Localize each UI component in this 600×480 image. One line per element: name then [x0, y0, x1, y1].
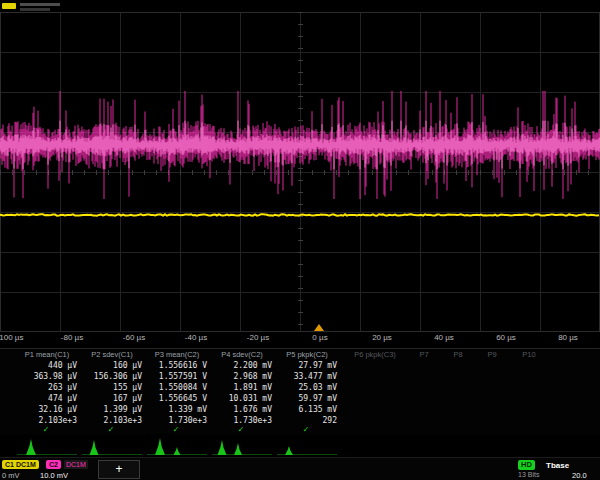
measurement-cell: 1.399 µV	[80, 405, 142, 415]
measurement-header[interactable]: P4 sdev(C2)	[210, 350, 274, 360]
measurement-cell: 59.97 mV	[275, 394, 337, 404]
measurement-cell: 2.968 mV	[210, 372, 272, 382]
time-label: -20 µs	[247, 333, 269, 342]
measurement-cell: 33.477 mV	[275, 372, 337, 382]
menu-strip	[0, 0, 600, 12]
histicon[interactable]	[145, 434, 209, 457]
time-label: -40 µs	[185, 333, 207, 342]
measurement-cell: 6.135 mV	[275, 405, 337, 415]
hd-mode-badge[interactable]: HD	[518, 460, 535, 470]
channel-c2-badge[interactable]: C2	[46, 460, 61, 469]
annunciator-chip	[2, 3, 16, 9]
annunciator-text	[20, 3, 60, 6]
measurement-cell: 1.557591 V	[145, 372, 207, 382]
time-label: -60 µs	[123, 333, 145, 342]
measurement-cell: 156.306 µV	[80, 372, 142, 382]
c1-coupling: DC1M	[16, 461, 36, 468]
time-axis: -100 µs-80 µs-60 µs-40 µs-20 µs0 µs20 µs…	[0, 331, 600, 347]
measurement-cell: 32.16 µV	[15, 405, 77, 415]
measurement-cell: 363.98 µV	[15, 372, 77, 382]
measurement-cell: 2.200 mV	[210, 361, 272, 371]
annunciator-subtext	[20, 8, 50, 11]
measurement-cell: 167 µV	[80, 394, 142, 404]
resolution-bits: 13 Bits	[518, 471, 539, 478]
histicon[interactable]	[80, 434, 144, 457]
time-label: 40 µs	[434, 333, 454, 342]
measurement-header[interactable]: P8	[444, 350, 472, 360]
crosshair-button[interactable]: +	[98, 460, 140, 479]
measurement-header[interactable]: P9	[478, 350, 506, 360]
measurement-header[interactable]: P10	[512, 350, 546, 360]
measurement-cell: 440 µV	[15, 361, 77, 371]
measurement-header[interactable]: P1 mean(C1)	[15, 350, 79, 360]
histicon[interactable]	[210, 434, 274, 457]
measurement-cell: 263 µV	[15, 383, 77, 393]
measurement-cell: 1.891 mV	[210, 383, 272, 393]
measurement-cell: 155 µV	[80, 383, 142, 393]
measurement-cell: 10.031 mV	[210, 394, 272, 404]
measurement-cell: 1.339 mV	[145, 405, 207, 415]
measurement-table: P1 mean(C1)P2 sdev(C1)P3 mean(C2)P4 sdev…	[0, 348, 600, 435]
measurement-header[interactable]: P7	[410, 350, 438, 360]
histicon[interactable]	[275, 434, 339, 457]
time-label: -100 µs	[0, 333, 23, 342]
measurement-cell: 27.97 mV	[275, 361, 337, 371]
time-per-div: 20.0	[572, 471, 587, 480]
measurement-cell: 1.550084 V	[145, 383, 207, 393]
time-label: 80 µs	[558, 333, 578, 342]
measurement-header[interactable]: P2 sdev(C1)	[80, 350, 144, 360]
c1-volts-per-div: 10.0 mV	[40, 471, 68, 480]
measurement-header[interactable]: P5 pkpk(C2)	[275, 350, 339, 360]
measurement-cell: 1.556645 V	[145, 394, 207, 404]
channel-c1-badge[interactable]: C1 DC1M	[2, 460, 39, 469]
trigger-position-marker[interactable]	[314, 324, 324, 331]
c1-label: C1	[5, 461, 14, 468]
time-label: -80 µs	[61, 333, 83, 342]
measurement-cell: 160 µV	[80, 361, 142, 371]
timebase-label[interactable]: Tbase	[546, 461, 569, 470]
c1-offset-value: 0 mV	[2, 471, 20, 480]
waveform-display[interactable]	[0, 12, 600, 332]
measurement-cell: 25.03 mV	[275, 383, 337, 393]
measurement-cell: 474 µV	[15, 394, 77, 404]
status-bar: C1 DC1M C2 DC1M 0 mV 10.0 mV + HD Tbase …	[0, 457, 600, 480]
measurement-header[interactable]: P3 mean(C2)	[145, 350, 209, 360]
histicon-row	[0, 434, 600, 457]
time-label: 60 µs	[496, 333, 516, 342]
measurement-header[interactable]: P6 pkpk(C3)	[342, 350, 408, 360]
time-label: 0 µs	[312, 333, 327, 342]
measurement-cell: 1.556616 V	[145, 361, 207, 371]
waveform-traces	[0, 12, 600, 332]
measurement-cell: 1.676 mV	[210, 405, 272, 415]
histicon[interactable]	[15, 434, 79, 457]
time-label: 20 µs	[372, 333, 392, 342]
c2-coupling: DC1M	[64, 460, 88, 469]
